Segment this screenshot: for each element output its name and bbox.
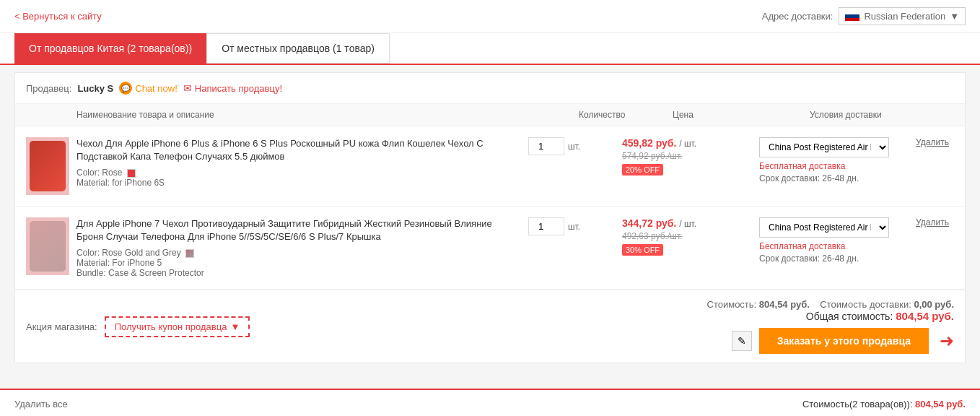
- product-title-1: Чехол Для Apple iPhone 6 Plus & iPhone 6…: [76, 137, 521, 163]
- delivery-section: Адрес доставки: Russian Federation ▼: [762, 7, 966, 25]
- table-row: Чехол Для Apple iPhone 6 Plus & iPhone 6…: [15, 126, 965, 207]
- arrow-icon: ➜: [940, 331, 954, 351]
- bottom-total-amount: 804,54 руб.: [915, 399, 966, 410]
- product-details-2: Для Apple iPhone 7 Чехол Противоударный …: [76, 217, 521, 278]
- coupon-section: Акция магазина: Получить купон продавца …: [26, 316, 250, 337]
- email-icon: ✉: [183, 82, 192, 94]
- seller-name: Lucky S: [77, 83, 113, 94]
- chat-now-button[interactable]: Chat now!: [119, 82, 178, 95]
- coupon-btn-label: Получить купон продавца: [115, 321, 227, 332]
- shipping-time-2: Срок доставки: 26-48 дн.: [759, 254, 904, 264]
- tab-china[interactable]: От продавцов Китая (2 товара(ов)): [14, 33, 206, 64]
- main-content: Продавец: Lucky S Chat now! ✉ Написать п…: [0, 65, 980, 389]
- product-details-1: Чехол Для Apple iPhone 6 Plus & iPhone 6…: [76, 137, 521, 188]
- shipping-select-2[interactable]: China Post Registered Air Mail: [759, 217, 889, 238]
- total-amount: 804,54 руб.: [896, 310, 954, 322]
- col-quantity: Количество: [579, 110, 665, 120]
- top-bar: < Вернуться к сайту Адрес доставки: Russ…: [0, 0, 980, 33]
- dropdown-icon: ▼: [230, 321, 240, 332]
- edit-button[interactable]: ✎: [732, 331, 752, 351]
- price-section-1: 459,82 руб. / шт. 574,92 руб./шт. 20% OF…: [622, 137, 752, 176]
- col-price: Цена: [673, 110, 802, 120]
- product-material-2: Material: For iPhone 5: [76, 258, 521, 268]
- price-original-1: 574,92 руб./шт.: [622, 151, 752, 161]
- shipping-time-1: Срок доставки: 26-48 дн.: [759, 173, 904, 183]
- qty-unit-2: шт.: [568, 222, 580, 232]
- color-swatch-1: [127, 169, 136, 178]
- quantity-input-2[interactable]: [528, 217, 564, 235]
- shipping-section-1: China Post Registered Air Mail Бесплатна…: [759, 137, 904, 183]
- back-link[interactable]: < Вернуться к сайту: [14, 11, 102, 22]
- order-section: ✎ Заказать у этого продавца ➜: [707, 328, 955, 354]
- quantity-section-1: шт.: [528, 137, 615, 155]
- seller-footer: Акция магазина: Получить купон продавца …: [15, 290, 965, 363]
- col-shipping: Условия доставки: [810, 110, 954, 120]
- seller-section: Продавец: Lucky S Chat now! ✉ Написать п…: [14, 72, 966, 363]
- totals-section: Стоимость: 804,54 руб. Стоимость доставк…: [707, 299, 955, 322]
- seller-header: Продавец: Lucky S Chat now! ✉ Написать п…: [15, 73, 965, 104]
- discount-badge-2: 30% OFF: [622, 244, 663, 256]
- order-button[interactable]: Заказать у этого продавца: [759, 328, 929, 354]
- product-thumbnail-1: [30, 141, 66, 191]
- chat-icon: [119, 82, 132, 95]
- tab-local[interactable]: От местных продавцов (1 товар): [206, 33, 390, 64]
- country-select[interactable]: Russian Federation ▼: [839, 7, 966, 25]
- get-coupon-button[interactable]: Получить купон продавца ▼: [105, 316, 250, 337]
- delete-all-button[interactable]: Удалить все: [14, 399, 68, 410]
- discount-badge-1: 20% OFF: [622, 164, 663, 176]
- col-img: [26, 110, 69, 120]
- price-current-1: 459,82 руб. / шт.: [622, 137, 752, 149]
- delete-button-1[interactable]: Удалить: [911, 137, 954, 147]
- product-color-2: Color: Rose Gold and Grey: [76, 248, 521, 258]
- price-section-2: 344,72 руб. / шт. 492,63 руб./шт. 30% OF…: [622, 217, 752, 256]
- table-row: Для Apple iPhone 7 Чехол Противоударный …: [15, 207, 965, 290]
- seller-label: Продавец:: [26, 83, 71, 94]
- price-current-2: 344,72 руб. / шт.: [622, 217, 752, 229]
- price-original-2: 492,63 руб./шт.: [622, 231, 752, 241]
- shipping-free-1: Бесплатная доставка: [759, 161, 904, 171]
- product-bundle-2: Bundle: Case & Screen Protector: [76, 268, 521, 278]
- product-color-1: Color: Rose: [76, 168, 521, 178]
- color-swatch-2: [185, 249, 194, 258]
- chat-label: Chat now!: [135, 83, 178, 94]
- shipping-free-2: Бесплатная доставка: [759, 241, 904, 251]
- bottom-total: Стоимость(2 товара(ов)): 804,54 руб.: [802, 399, 966, 410]
- email-label: Написать продавцу!: [195, 83, 282, 94]
- bottom-bar: Удалить все Стоимость(2 товара(ов)): 804…: [0, 389, 980, 416]
- total-line: Общая стоимость: 804,54 руб.: [806, 311, 954, 322]
- product-material-1: Material: for iPhone 6S: [76, 178, 521, 188]
- qty-unit-1: шт.: [568, 142, 580, 152]
- country-name: Russian Federation: [864, 11, 945, 22]
- product-image-1: [26, 137, 69, 195]
- email-seller-button[interactable]: ✉ Написать продавцу!: [183, 82, 282, 94]
- quantity-section-2: шт.: [528, 217, 615, 235]
- table-header: Наименование товара и описание Количеств…: [15, 104, 965, 126]
- quantity-input-1[interactable]: [528, 137, 564, 155]
- chevron-down-icon: ▼: [950, 11, 959, 22]
- product-title-2: Для Apple iPhone 7 Чехол Противоударный …: [76, 217, 521, 243]
- flag-icon: [845, 12, 859, 21]
- delivery-label: Адрес доставки:: [762, 11, 834, 22]
- tabs-bar: От продавцов Китая (2 товара(ов)) От мес…: [0, 33, 980, 65]
- product-thumbnail-2: [30, 221, 66, 272]
- shipping-select-1[interactable]: China Post Registered Air Mail: [759, 137, 889, 157]
- totals-and-order: Стоимость: 804,54 руб. Стоимость доставк…: [707, 299, 955, 354]
- coupon-label: Акция магазина:: [26, 321, 97, 332]
- product-image-2: [26, 217, 69, 275]
- cost-line: Стоимость: 804,54 руб. Стоимость доставк…: [707, 299, 955, 310]
- delete-button-2[interactable]: Удалить: [911, 217, 954, 228]
- col-description: Наименование товара и описание: [76, 110, 572, 120]
- shipping-section-2: China Post Registered Air Mail Бесплатна…: [759, 217, 904, 264]
